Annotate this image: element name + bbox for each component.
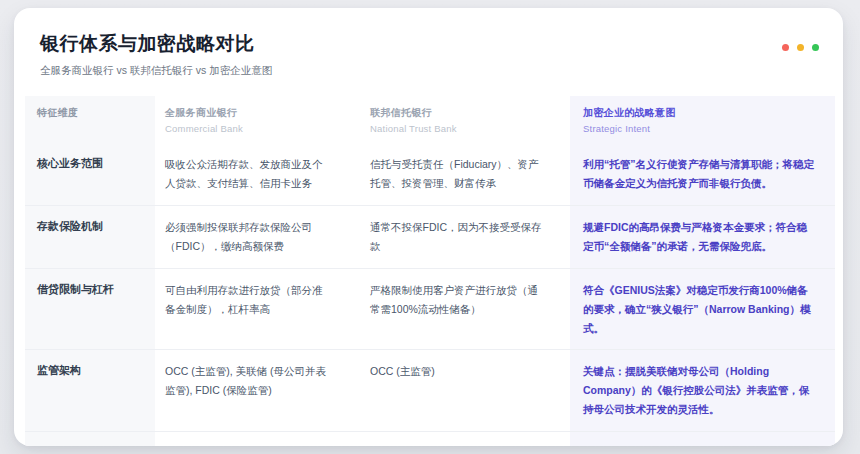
row-dimension-label: 监管架构 (25, 350, 155, 431)
row-dimension-label: 核心业务范围 (25, 143, 155, 205)
commercial-bank-cell: 可自由利用存款进行放贷（部分准备金制度），杠杆率高 (155, 269, 360, 350)
table-header-row: 特征维度 全服务商业银行 Commercial Bank 联邦信托银行 Nati… (25, 96, 835, 143)
card-header: 银行体系与加密战略对比 全服务商业银行 vs 联邦信托银行 vs 加密企业意图 (14, 8, 843, 90)
strategic-intent-cell: 关键点：摆脱美联储对母公司（Holding Company）的《银行控股公司法》… (570, 350, 835, 431)
table-row: 典型案例JPMorgan Chase, Bank of America, Wel… (25, 431, 835, 446)
table-row: 核心业务范围吸收公众活期存款、发放商业及个人贷款、支付结算、信用卡业务信托与受托… (25, 143, 835, 205)
row-dimension-label: 典型案例 (25, 432, 155, 446)
column-header-dimension: 特征维度 (25, 96, 155, 143)
row-dimension-label: 借贷限制与杠杆 (25, 269, 155, 350)
commercial-bank-cell: JPMorgan Chase, Bank of America, Wells F… (155, 432, 360, 446)
trust-bank-cell: OCC (主监管) (360, 350, 570, 431)
table-row: 存款保险机制必须强制投保联邦存款保险公司（FDIC），缴纳高额保费通常不投保FD… (25, 205, 835, 268)
trust-bank-cell: BNY Mellon (部分业务), State Street, Ripple,… (360, 432, 570, 446)
column-label: 联邦信托银行 (370, 106, 548, 120)
strategic-intent-cell: 利用“托管”名义行使资产存储与清算职能；将稳定币储备金定义为信托资产而非银行负债… (570, 143, 835, 205)
page-title: 银行体系与加密战略对比 (40, 31, 817, 57)
window-dot-red-icon (782, 44, 789, 51)
trust-bank-cell: 严格限制使用客户资产进行放贷（通常需100%流动性储备） (360, 269, 570, 350)
commercial-bank-cell: OCC (主监管), 美联储 (母公司并表监管), FDIC (保险监管) (155, 350, 360, 431)
window-dot-green-icon (812, 44, 819, 51)
commercial-bank-cell: 必须强制投保联邦存款保险公司（FDIC），缴纳高额保费 (155, 206, 360, 268)
trust-bank-cell: 信托与受托责任（Fiduciary）、资产托管、投资管理、财富传承 (360, 143, 570, 205)
strategic-intent-cell: 符合《GENIUS法案》对稳定币发行商100%储备的要求，确立“狭义银行”（Na… (570, 269, 835, 350)
trust-bank-cell: 通常不投保FDIC，因为不接受受保存款 (360, 206, 570, 268)
column-header-strategic-intent: 加密企业的战略意图 Strategic Intent (570, 96, 835, 143)
window-dots (782, 44, 819, 51)
table-row: 借贷限制与杠杆可自由利用存款进行放贷（部分准备金制度），杠杆率高严格限制使用客户… (25, 268, 835, 350)
column-label: 特征维度 (37, 106, 141, 120)
commercial-bank-cell: 吸收公众活期存款、发放商业及个人贷款、支付结算、信用卡业务 (155, 143, 360, 205)
table-body: 核心业务范围吸收公众活期存款、发放商业及个人贷款、支付结算、信用卡业务信托与受托… (25, 143, 835, 446)
comparison-table: 特征维度 全服务商业银行 Commercial Bank 联邦信托银行 Nati… (25, 96, 835, 446)
column-sublabel: Strategic Intent (583, 123, 817, 134)
column-sublabel: Commercial Bank (165, 123, 330, 134)
row-dimension-label: 存款保险机制 (25, 206, 155, 268)
comparison-card: 银行体系与加密战略对比 全服务商业银行 vs 联邦信托银行 vs 加密企业意图 … (14, 8, 843, 446)
column-sublabel: National Trust Bank (370, 123, 548, 134)
table-row: 监管架构OCC (主监管), 美联储 (母公司并表监管), FDIC (保险监管… (25, 349, 835, 431)
strategic-intent-cell: 规避FDIC的高昂保费与严格资本金要求；符合稳定币“全额储备”的承诺，无需保险兜… (570, 206, 835, 268)
column-label: 全服务商业银行 (165, 106, 330, 120)
column-header-commercial-bank: 全服务商业银行 Commercial Bank (155, 96, 360, 143)
strategic-intent-cell: 对标纽约梅隆银行和道富银行，定位于数字资产时代的全球托管行与清算行。 (570, 432, 835, 446)
page-subtitle: 全服务商业银行 vs 联邦信托银行 vs 加密企业意图 (40, 64, 817, 78)
column-header-trust-bank: 联邦信托银行 National Trust Bank (360, 96, 570, 143)
column-label: 加密企业的战略意图 (583, 106, 817, 120)
window-dot-yellow-icon (797, 44, 804, 51)
